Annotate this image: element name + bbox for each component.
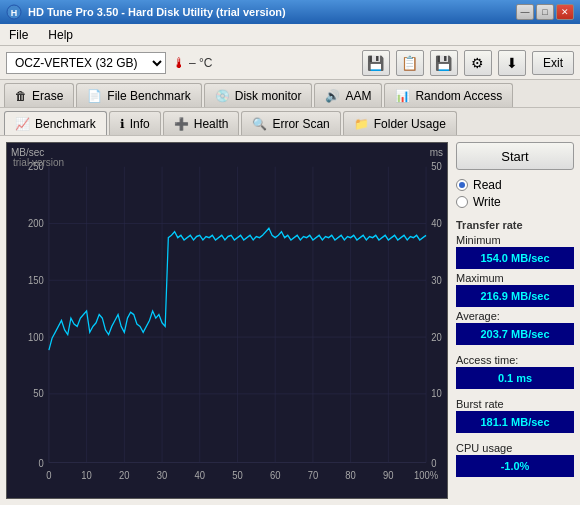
average-value: 203.7 MB/sec xyxy=(456,323,574,345)
erase-icon: 🗑 xyxy=(15,89,27,103)
svg-text:20: 20 xyxy=(119,470,130,482)
cpu-usage-value: -1.0% xyxy=(456,455,574,477)
svg-text:20: 20 xyxy=(431,331,442,343)
tab-info[interactable]: ℹ Info xyxy=(109,111,161,135)
minimize-button[interactable]: — xyxy=(516,4,534,20)
minimum-value: 154.0 MB/sec xyxy=(456,247,574,269)
tab-benchmark[interactable]: 📈 Benchmark xyxy=(4,111,107,135)
y-right-label: ms xyxy=(430,147,443,158)
chart-svg: 250 200 150 100 50 0 50 40 30 20 10 0 0 … xyxy=(7,143,447,498)
tab-erase[interactable]: 🗑 Erase xyxy=(4,83,74,107)
svg-text:90: 90 xyxy=(383,470,394,482)
tab-folder-usage[interactable]: 📁 Folder Usage xyxy=(343,111,457,135)
info-icon: ℹ xyxy=(120,117,125,131)
tab-info-label: Info xyxy=(130,117,150,131)
svg-text:10: 10 xyxy=(81,470,92,482)
tab-aam[interactable]: 🔊 AAM xyxy=(314,83,382,107)
thermometer-icon: 🌡 xyxy=(172,55,186,71)
tab-folder-usage-label: Folder Usage xyxy=(374,117,446,131)
svg-text:50: 50 xyxy=(232,470,243,482)
cpu-usage-label: CPU usage xyxy=(456,442,574,454)
tab-disk-monitor[interactable]: 💿 Disk monitor xyxy=(204,83,313,107)
tab-file-benchmark-label: File Benchmark xyxy=(107,89,190,103)
burst-rate-label: Burst rate xyxy=(456,398,574,410)
benchmark-chart: MB/sec ms trial version 250 200 150 100 … xyxy=(6,142,448,499)
toolbar-btn-2[interactable]: 📋 xyxy=(396,50,424,76)
toolbar-btn-1[interactable]: 💾 xyxy=(362,50,390,76)
tab-benchmark-label: Benchmark xyxy=(35,117,96,131)
temp-value: – °C xyxy=(189,56,212,70)
access-time-section: Access time: 0.1 ms xyxy=(456,351,574,389)
transfer-rate-title: Transfer rate xyxy=(456,219,574,231)
svg-text:50: 50 xyxy=(431,161,442,173)
right-panel: Start Read Write Transfer rate Minimum 1… xyxy=(456,142,574,499)
svg-text:10: 10 xyxy=(431,388,442,400)
toolbar-btn-5[interactable]: ⬇ xyxy=(498,50,526,76)
tab-file-benchmark[interactable]: 📄 File Benchmark xyxy=(76,83,201,107)
cpu-usage-section: CPU usage -1.0% xyxy=(456,439,574,477)
toolbar-btn-3[interactable]: 💾 xyxy=(430,50,458,76)
maximum-value: 216.9 MB/sec xyxy=(456,285,574,307)
svg-text:150: 150 xyxy=(28,274,44,286)
main-content: MB/sec ms trial version 250 200 150 100 … xyxy=(0,136,580,505)
bottom-tab-row: 📈 Benchmark ℹ Info ➕ Health 🔍 Error Scan… xyxy=(0,108,580,136)
svg-text:30: 30 xyxy=(157,470,168,482)
average-label: Average: xyxy=(456,310,574,322)
svg-text:80: 80 xyxy=(345,470,356,482)
svg-text:60: 60 xyxy=(270,470,281,482)
svg-text:40: 40 xyxy=(195,470,206,482)
read-radio-button[interactable] xyxy=(456,179,468,191)
tab-error-scan-label: Error Scan xyxy=(272,117,329,131)
file-benchmark-icon: 📄 xyxy=(87,89,102,103)
burst-rate-section: Burst rate 181.1 MB/sec xyxy=(456,395,574,433)
svg-text:50: 50 xyxy=(33,388,44,400)
temperature-display: 🌡 – °C xyxy=(172,55,212,71)
toolbar: OCZ-VERTEX (32 GB) 🌡 – °C 💾 📋 💾 ⚙ ⬇ Exit xyxy=(0,46,580,80)
read-radio[interactable]: Read xyxy=(456,178,574,192)
top-tab-row: 🗑 Erase 📄 File Benchmark 💿 Disk monitor … xyxy=(0,80,580,108)
access-time-value: 0.1 ms xyxy=(456,367,574,389)
svg-text:0: 0 xyxy=(38,458,44,470)
tab-erase-label: Erase xyxy=(32,89,63,103)
tab-health[interactable]: ➕ Health xyxy=(163,111,240,135)
svg-text:40: 40 xyxy=(431,217,442,229)
benchmark-icon: 📈 xyxy=(15,117,30,131)
mode-radio-group: Read Write xyxy=(456,176,574,211)
menu-bar: File Help xyxy=(0,24,580,46)
svg-text:30: 30 xyxy=(431,274,442,286)
app-icon: H xyxy=(6,4,22,20)
trial-watermark: trial version xyxy=(13,157,64,168)
aam-icon: 🔊 xyxy=(325,89,340,103)
svg-text:100%: 100% xyxy=(414,470,438,482)
tab-error-scan[interactable]: 🔍 Error Scan xyxy=(241,111,340,135)
write-radio-button[interactable] xyxy=(456,196,468,208)
transfer-rate-section: Transfer rate Minimum 154.0 MB/sec Maxim… xyxy=(456,217,574,345)
close-button[interactable]: ✕ xyxy=(556,4,574,20)
tab-aam-label: AAM xyxy=(345,89,371,103)
svg-text:H: H xyxy=(11,8,18,18)
maximize-button[interactable]: □ xyxy=(536,4,554,20)
exit-button[interactable]: Exit xyxy=(532,51,574,75)
title-bar: H HD Tune Pro 3.50 - Hard Disk Utility (… xyxy=(0,0,580,24)
window-title: HD Tune Pro 3.50 - Hard Disk Utility (tr… xyxy=(28,6,286,18)
maximum-label: Maximum xyxy=(456,272,574,284)
svg-text:0: 0 xyxy=(431,458,437,470)
start-button[interactable]: Start xyxy=(456,142,574,170)
read-label: Read xyxy=(473,178,502,192)
tab-random-access[interactable]: 📊 Random Access xyxy=(384,83,513,107)
error-scan-icon: 🔍 xyxy=(252,117,267,131)
health-icon: ➕ xyxy=(174,117,189,131)
drive-select[interactable]: OCZ-VERTEX (32 GB) xyxy=(6,52,166,74)
random-access-icon: 📊 xyxy=(395,89,410,103)
burst-rate-value: 181.1 MB/sec xyxy=(456,411,574,433)
access-time-label: Access time: xyxy=(456,354,574,366)
toolbar-btn-4[interactable]: ⚙ xyxy=(464,50,492,76)
write-radio[interactable]: Write xyxy=(456,195,574,209)
menu-help[interactable]: Help xyxy=(45,27,76,43)
svg-text:200: 200 xyxy=(28,217,44,229)
svg-text:70: 70 xyxy=(308,470,319,482)
tab-health-label: Health xyxy=(194,117,229,131)
menu-file[interactable]: File xyxy=(6,27,31,43)
disk-monitor-icon: 💿 xyxy=(215,89,230,103)
svg-text:0: 0 xyxy=(46,470,52,482)
